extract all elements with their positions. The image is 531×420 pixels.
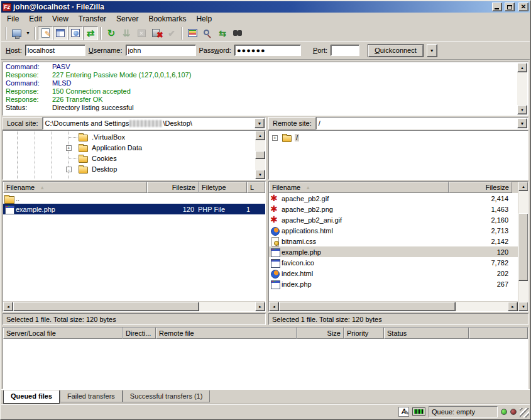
- scrollbar-thumb[interactable]: [13, 302, 199, 311]
- toolbar-separator: [182, 27, 182, 40]
- menu-transfer[interactable]: Transfer: [74, 13, 111, 25]
- synchronized-browsing-button[interactable]: ⇆: [215, 26, 230, 40]
- quickconnect-dropdown[interactable]: ▼: [427, 44, 437, 57]
- file-row-parent[interactable]: ..: [3, 193, 265, 204]
- tab-failed-transfers[interactable]: Failed transfers: [60, 390, 123, 402]
- chevron-down-icon[interactable]: ▼: [255, 118, 265, 128]
- quickconnect-button[interactable]: Quickconnect: [368, 44, 424, 57]
- port-input[interactable]: [331, 45, 359, 56]
- menu-view[interactable]: View: [47, 13, 74, 25]
- tab-queued-files[interactable]: Queued files: [3, 390, 60, 404]
- file-row[interactable]: apache_pb2.gif2,414: [269, 193, 518, 204]
- toggle-remote-treeview-button[interactable]: [68, 26, 83, 40]
- column-header-remote-file[interactable]: Remote file: [156, 328, 297, 339]
- column-header-status[interactable]: Status: [384, 328, 469, 339]
- column-header-filename[interactable]: Filename▲: [3, 182, 147, 193]
- scrollbar-thumb[interactable]: [279, 302, 456, 311]
- menu-help[interactable]: Help: [191, 13, 217, 25]
- scroll-up-icon[interactable]: ▲: [517, 63, 527, 72]
- remote-vertical-scrollbar[interactable]: ▲ ▼: [518, 182, 528, 311]
- chevron-down-icon[interactable]: ▼: [517, 118, 527, 128]
- sync-browsing-icon: ⇆: [219, 28, 226, 38]
- toggle-local-treeview-button[interactable]: [53, 26, 68, 40]
- column-header-filesize[interactable]: Filesize: [147, 182, 199, 193]
- tree-item[interactable]: + Application Data: [3, 143, 254, 153]
- reconnect-button[interactable]: ✔: [164, 26, 179, 40]
- collapse-icon[interactable]: -: [66, 167, 72, 172]
- scroll-down-icon[interactable]: ▼: [518, 302, 528, 311]
- refresh-button[interactable]: ↻: [104, 26, 119, 40]
- menu-file[interactable]: File: [2, 13, 24, 25]
- scrollbar-thumb[interactable]: [518, 213, 528, 281]
- column-header-filename[interactable]: Filename▲: [269, 182, 449, 193]
- file-row[interactable]: apache_pb2_ani.gif2,160: [269, 214, 518, 225]
- menu-bookmarks[interactable]: Bookmarks: [143, 13, 191, 25]
- column-header-server-local-file[interactable]: Server/Local file: [3, 328, 123, 339]
- scroll-up-icon[interactable]: ▲: [518, 182, 528, 191]
- resize-grip[interactable]: [520, 408, 529, 417]
- speedlimit-indicator-icon[interactable]: [412, 407, 425, 416]
- file-row[interactable]: index.php267: [269, 279, 518, 289]
- disconnect-button[interactable]: ✖: [149, 26, 164, 40]
- file-row[interactable]: favicon.ico7,782: [269, 257, 518, 268]
- local-site-combobox[interactable]: C:\Documents and Settings\Desktop\ ▼: [43, 117, 266, 130]
- toolbar: ▼ ✎ ⇄ ↻ ⇊ × ✖ ✔ ⇆: [1, 25, 530, 41]
- file-row[interactable]: apache_pb2.png1,463: [269, 204, 518, 214]
- username-input[interactable]: [126, 45, 196, 56]
- password-input[interactable]: [234, 45, 301, 56]
- tree-item[interactable]: Cookies: [3, 153, 254, 164]
- scroll-right-icon[interactable]: ►: [508, 302, 518, 311]
- find-button[interactable]: [230, 26, 245, 40]
- host-input[interactable]: [25, 45, 85, 56]
- tree-item[interactable]: .VirtualBox: [3, 132, 254, 143]
- column-header-filesize[interactable]: Filesize: [449, 182, 512, 193]
- remote-site-combobox[interactable]: / ▼: [316, 117, 528, 130]
- local-list-header: Filename▲ Filesize Filetype L: [3, 182, 265, 193]
- menu-server[interactable]: Server: [111, 13, 143, 25]
- menu-edit[interactable]: Edit: [24, 13, 47, 25]
- process-queue-button[interactable]: ⇊: [119, 26, 134, 40]
- compare-button[interactable]: [200, 26, 215, 40]
- filter-button[interactable]: [185, 26, 200, 40]
- tab-successful-transfers[interactable]: Successful transfers (1): [123, 390, 211, 402]
- datatype-indicator-icon[interactable]: A: [398, 407, 409, 417]
- file-row[interactable]: bitnami.css2,142: [269, 236, 518, 246]
- cancel-button[interactable]: ×: [134, 26, 149, 40]
- column-header-size[interactable]: Size: [297, 328, 344, 339]
- local-horizontal-scrollbar[interactable]: ◄ ►: [3, 301, 265, 311]
- scroll-down-icon[interactable]: ▼: [255, 170, 265, 179]
- local-tree-scrollbar[interactable]: ▲ ▼: [255, 131, 265, 179]
- file-row[interactable]: applications.html2,713: [269, 225, 518, 236]
- expand-icon[interactable]: +: [66, 145, 72, 151]
- toggle-message-log-button[interactable]: ✎: [38, 26, 53, 40]
- close-button[interactable]: ✕: [518, 3, 528, 11]
- title-bar: Fz john@localhost - FileZilla ✕: [1, 1, 530, 13]
- toggle-transfer-queue-button[interactable]: ⇄: [83, 26, 98, 40]
- scroll-left-icon[interactable]: ◄: [269, 302, 279, 311]
- tree-item[interactable]: - Desktop: [3, 164, 254, 175]
- log-text: 227 Entering Passive Mode (127,0,0,1,6,1…: [52, 71, 191, 79]
- column-header-priority[interactable]: Priority: [344, 328, 384, 339]
- file-row-selected[interactable]: example.php120: [269, 246, 518, 257]
- local-pane: Local site: C:\Documents and Settings\De…: [3, 117, 266, 325]
- minimize-button[interactable]: [492, 3, 502, 11]
- column-header-direction[interactable]: Directi...: [123, 328, 156, 339]
- red-x-icon: ✖: [156, 30, 163, 40]
- tree-item-root[interactable]: + /: [269, 133, 517, 143]
- column-header-filetype[interactable]: Filetype: [199, 182, 247, 193]
- expand-icon[interactable]: +: [272, 135, 278, 141]
- site-manager-dropdown[interactable]: ▼: [24, 26, 32, 40]
- remote-site-label: Remote site:: [268, 117, 316, 130]
- site-manager-button[interactable]: [9, 26, 24, 40]
- scrollbar-thumb[interactable]: [255, 151, 265, 159]
- scroll-up-icon[interactable]: ▲: [255, 131, 265, 140]
- scroll-down-icon[interactable]: ▼: [517, 105, 527, 114]
- column-header-lastmodified[interactable]: L: [247, 182, 265, 193]
- scroll-left-icon[interactable]: ◄: [3, 302, 13, 311]
- remote-horizontal-scrollbar[interactable]: ◄ ►: [269, 301, 518, 311]
- maximize-button[interactable]: [505, 3, 515, 11]
- file-row[interactable]: index.html202: [269, 268, 518, 279]
- file-row-selected[interactable]: example.php 120 PHP File 1: [3, 204, 265, 214]
- log-scrollbar[interactable]: ▲ ▼: [517, 63, 527, 114]
- scroll-right-icon[interactable]: ►: [255, 302, 265, 311]
